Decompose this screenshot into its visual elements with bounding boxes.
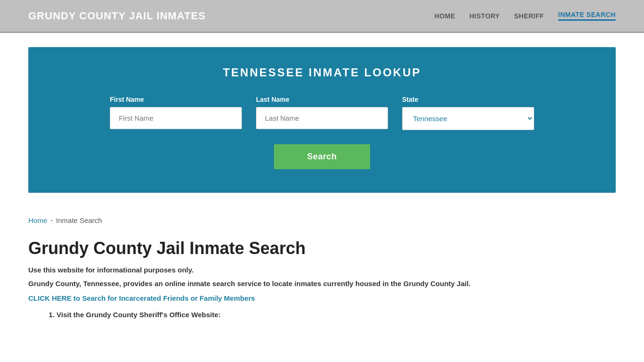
numbered-item-1: Visit the Grundy County Sheriff's Office… (57, 311, 616, 319)
last-name-label: Last Name (256, 96, 388, 103)
nav-inmate-search[interactable]: INMATE SEARCH (558, 11, 616, 21)
search-button[interactable]: Search (274, 144, 370, 169)
state-label: State (402, 96, 534, 103)
info-text-1: Use this website for informational purpo… (28, 266, 616, 274)
breadcrumb-home-link[interactable]: Home (28, 216, 47, 224)
info-text-2: Grundy County, Tennessee, provides an on… (28, 280, 616, 288)
first-name-label: First Name (110, 96, 242, 103)
page-title: Grundy County Jail Inmate Search (28, 239, 616, 258)
search-btn-row: Search (57, 144, 587, 169)
first-name-group: First Name (110, 96, 242, 130)
search-section-title: TENNESSEE INMATE LOOKUP (57, 66, 587, 79)
search-fields: First Name Last Name State Tennessee (57, 96, 587, 130)
click-here-link[interactable]: CLICK HERE to Search for Incarcerated Fr… (28, 294, 616, 302)
first-name-input[interactable] (110, 107, 242, 129)
breadcrumb-current: Inmate Search (56, 216, 102, 224)
main-nav: HOME HISTORY SHERIFF INMATE SEARCH (435, 11, 616, 21)
main-content: Grundy County Jail Inmate Search Use thi… (0, 234, 644, 337)
last-name-group: Last Name (256, 96, 388, 130)
breadcrumb-separator: • (51, 218, 52, 222)
nav-home[interactable]: HOME (435, 12, 455, 20)
site-title: GRUNDY COUNTY JAIL INMATES (28, 10, 206, 22)
last-name-input[interactable] (256, 107, 388, 129)
nav-history[interactable]: HISTORY (470, 12, 500, 20)
state-group: State Tennessee (402, 96, 534, 130)
state-select[interactable]: Tennessee (402, 107, 534, 130)
site-header: GRUNDY COUNTY JAIL INMATES HOME HISTORY … (0, 0, 644, 33)
breadcrumb: Home • Inmate Search (0, 207, 644, 234)
nav-sheriff[interactable]: SHERIFF (514, 12, 544, 20)
inmate-search-section: TENNESSEE INMATE LOOKUP First Name Last … (28, 47, 616, 193)
